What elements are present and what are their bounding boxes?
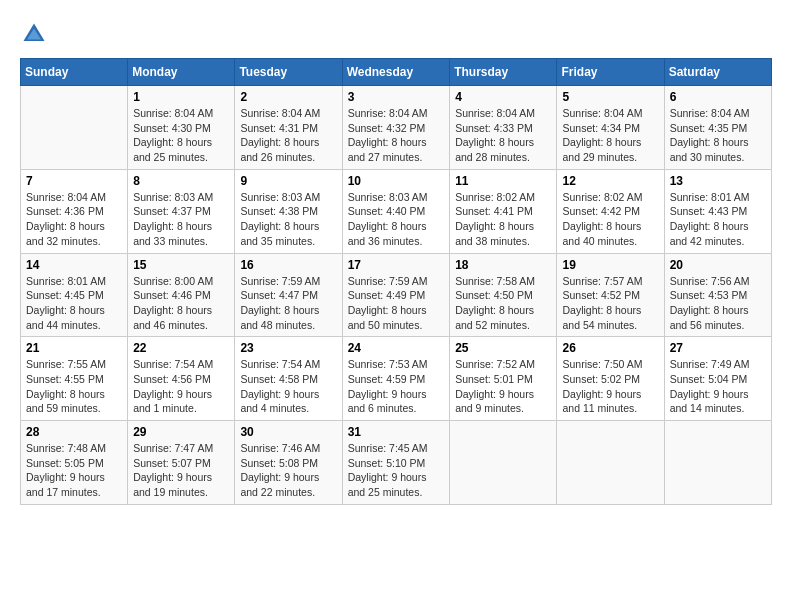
day-number: 26 (562, 341, 658, 355)
calendar-cell: 7Sunrise: 8:04 AMSunset: 4:36 PMDaylight… (21, 169, 128, 253)
day-info: Sunrise: 8:04 AMSunset: 4:36 PMDaylight:… (26, 190, 122, 249)
day-info: Sunrise: 8:04 AMSunset: 4:32 PMDaylight:… (348, 106, 445, 165)
day-info: Sunrise: 7:56 AMSunset: 4:53 PMDaylight:… (670, 274, 766, 333)
calendar-cell: 25Sunrise: 7:52 AMSunset: 5:01 PMDayligh… (450, 337, 557, 421)
day-number: 20 (670, 258, 766, 272)
day-number: 16 (240, 258, 336, 272)
calendar-cell: 4Sunrise: 8:04 AMSunset: 4:33 PMDaylight… (450, 86, 557, 170)
day-info: Sunrise: 8:04 AMSunset: 4:33 PMDaylight:… (455, 106, 551, 165)
day-info: Sunrise: 8:03 AMSunset: 4:38 PMDaylight:… (240, 190, 336, 249)
calendar-cell: 15Sunrise: 8:00 AMSunset: 4:46 PMDayligh… (128, 253, 235, 337)
day-info: Sunrise: 8:00 AMSunset: 4:46 PMDaylight:… (133, 274, 229, 333)
calendar-cell: 30Sunrise: 7:46 AMSunset: 5:08 PMDayligh… (235, 421, 342, 505)
calendar-week-row: 21Sunrise: 7:55 AMSunset: 4:55 PMDayligh… (21, 337, 772, 421)
calendar-header-row: SundayMondayTuesdayWednesdayThursdayFrid… (21, 59, 772, 86)
calendar-cell: 11Sunrise: 8:02 AMSunset: 4:41 PMDayligh… (450, 169, 557, 253)
calendar-week-row: 1Sunrise: 8:04 AMSunset: 4:30 PMDaylight… (21, 86, 772, 170)
calendar-week-row: 14Sunrise: 8:01 AMSunset: 4:45 PMDayligh… (21, 253, 772, 337)
day-info: Sunrise: 7:52 AMSunset: 5:01 PMDaylight:… (455, 357, 551, 416)
day-info: Sunrise: 7:48 AMSunset: 5:05 PMDaylight:… (26, 441, 122, 500)
calendar-cell: 21Sunrise: 7:55 AMSunset: 4:55 PMDayligh… (21, 337, 128, 421)
day-info: Sunrise: 7:59 AMSunset: 4:49 PMDaylight:… (348, 274, 445, 333)
calendar-cell: 27Sunrise: 7:49 AMSunset: 5:04 PMDayligh… (664, 337, 771, 421)
day-number: 29 (133, 425, 229, 439)
day-number: 31 (348, 425, 445, 439)
calendar-cell: 1Sunrise: 8:04 AMSunset: 4:30 PMDaylight… (128, 86, 235, 170)
calendar-cell: 19Sunrise: 7:57 AMSunset: 4:52 PMDayligh… (557, 253, 664, 337)
day-number: 9 (240, 174, 336, 188)
calendar-week-row: 28Sunrise: 7:48 AMSunset: 5:05 PMDayligh… (21, 421, 772, 505)
day-number: 28 (26, 425, 122, 439)
calendar-cell: 29Sunrise: 7:47 AMSunset: 5:07 PMDayligh… (128, 421, 235, 505)
day-info: Sunrise: 8:01 AMSunset: 4:45 PMDaylight:… (26, 274, 122, 333)
day-number: 4 (455, 90, 551, 104)
day-number: 22 (133, 341, 229, 355)
day-number: 12 (562, 174, 658, 188)
column-header-thursday: Thursday (450, 59, 557, 86)
day-number: 10 (348, 174, 445, 188)
calendar-cell: 9Sunrise: 8:03 AMSunset: 4:38 PMDaylight… (235, 169, 342, 253)
calendar-cell: 10Sunrise: 8:03 AMSunset: 4:40 PMDayligh… (342, 169, 450, 253)
day-info: Sunrise: 7:53 AMSunset: 4:59 PMDaylight:… (348, 357, 445, 416)
calendar-cell: 13Sunrise: 8:01 AMSunset: 4:43 PMDayligh… (664, 169, 771, 253)
calendar-week-row: 7Sunrise: 8:04 AMSunset: 4:36 PMDaylight… (21, 169, 772, 253)
calendar-cell (21, 86, 128, 170)
column-header-saturday: Saturday (664, 59, 771, 86)
day-number: 30 (240, 425, 336, 439)
day-number: 25 (455, 341, 551, 355)
column-header-sunday: Sunday (21, 59, 128, 86)
day-info: Sunrise: 8:03 AMSunset: 4:40 PMDaylight:… (348, 190, 445, 249)
day-number: 1 (133, 90, 229, 104)
day-info: Sunrise: 7:45 AMSunset: 5:10 PMDaylight:… (348, 441, 445, 500)
column-header-tuesday: Tuesday (235, 59, 342, 86)
day-info: Sunrise: 7:55 AMSunset: 4:55 PMDaylight:… (26, 357, 122, 416)
calendar-cell (664, 421, 771, 505)
day-info: Sunrise: 7:58 AMSunset: 4:50 PMDaylight:… (455, 274, 551, 333)
calendar-cell: 14Sunrise: 8:01 AMSunset: 4:45 PMDayligh… (21, 253, 128, 337)
calendar-table: SundayMondayTuesdayWednesdayThursdayFrid… (20, 58, 772, 505)
calendar-cell: 26Sunrise: 7:50 AMSunset: 5:02 PMDayligh… (557, 337, 664, 421)
day-info: Sunrise: 7:54 AMSunset: 4:56 PMDaylight:… (133, 357, 229, 416)
day-number: 21 (26, 341, 122, 355)
day-info: Sunrise: 7:49 AMSunset: 5:04 PMDaylight:… (670, 357, 766, 416)
calendar-cell: 23Sunrise: 7:54 AMSunset: 4:58 PMDayligh… (235, 337, 342, 421)
day-number: 2 (240, 90, 336, 104)
day-number: 18 (455, 258, 551, 272)
calendar-cell: 6Sunrise: 8:04 AMSunset: 4:35 PMDaylight… (664, 86, 771, 170)
calendar-cell: 2Sunrise: 8:04 AMSunset: 4:31 PMDaylight… (235, 86, 342, 170)
day-number: 5 (562, 90, 658, 104)
day-number: 23 (240, 341, 336, 355)
day-info: Sunrise: 8:01 AMSunset: 4:43 PMDaylight:… (670, 190, 766, 249)
day-number: 13 (670, 174, 766, 188)
day-number: 24 (348, 341, 445, 355)
day-number: 7 (26, 174, 122, 188)
day-info: Sunrise: 8:03 AMSunset: 4:37 PMDaylight:… (133, 190, 229, 249)
logo (20, 20, 52, 48)
day-info: Sunrise: 8:02 AMSunset: 4:42 PMDaylight:… (562, 190, 658, 249)
column-header-wednesday: Wednesday (342, 59, 450, 86)
day-info: Sunrise: 7:46 AMSunset: 5:08 PMDaylight:… (240, 441, 336, 500)
day-number: 14 (26, 258, 122, 272)
day-number: 6 (670, 90, 766, 104)
day-info: Sunrise: 8:04 AMSunset: 4:34 PMDaylight:… (562, 106, 658, 165)
day-number: 11 (455, 174, 551, 188)
day-number: 27 (670, 341, 766, 355)
day-number: 17 (348, 258, 445, 272)
calendar-cell: 31Sunrise: 7:45 AMSunset: 5:10 PMDayligh… (342, 421, 450, 505)
day-info: Sunrise: 7:50 AMSunset: 5:02 PMDaylight:… (562, 357, 658, 416)
calendar-cell: 28Sunrise: 7:48 AMSunset: 5:05 PMDayligh… (21, 421, 128, 505)
calendar-cell (557, 421, 664, 505)
day-info: Sunrise: 7:57 AMSunset: 4:52 PMDaylight:… (562, 274, 658, 333)
column-header-friday: Friday (557, 59, 664, 86)
day-info: Sunrise: 8:02 AMSunset: 4:41 PMDaylight:… (455, 190, 551, 249)
day-info: Sunrise: 7:59 AMSunset: 4:47 PMDaylight:… (240, 274, 336, 333)
day-number: 15 (133, 258, 229, 272)
calendar-cell: 20Sunrise: 7:56 AMSunset: 4:53 PMDayligh… (664, 253, 771, 337)
day-number: 19 (562, 258, 658, 272)
day-info: Sunrise: 7:47 AMSunset: 5:07 PMDaylight:… (133, 441, 229, 500)
page-header (20, 20, 772, 48)
day-info: Sunrise: 7:54 AMSunset: 4:58 PMDaylight:… (240, 357, 336, 416)
calendar-cell: 12Sunrise: 8:02 AMSunset: 4:42 PMDayligh… (557, 169, 664, 253)
day-number: 3 (348, 90, 445, 104)
calendar-cell: 22Sunrise: 7:54 AMSunset: 4:56 PMDayligh… (128, 337, 235, 421)
